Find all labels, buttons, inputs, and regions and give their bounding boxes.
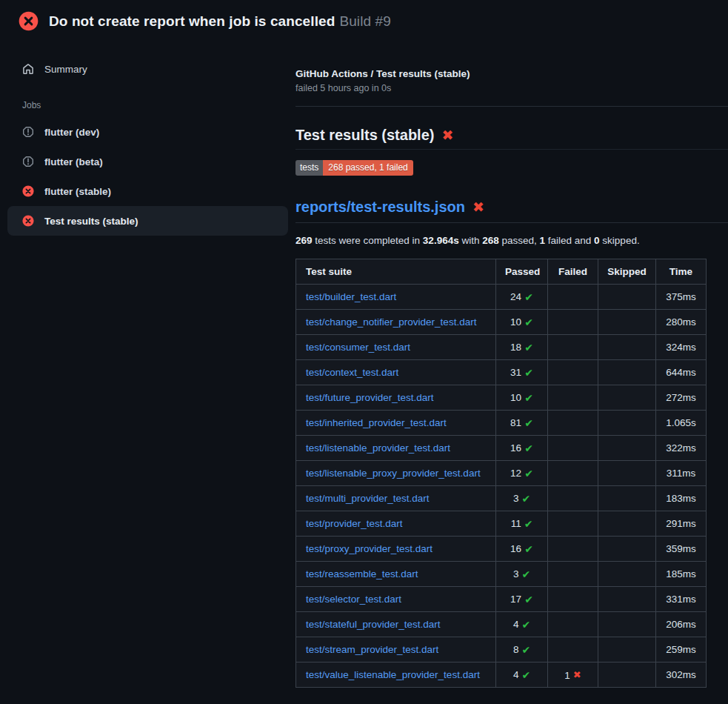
column-header-time: Time — [656, 259, 707, 285]
summary-number: 0 — [594, 235, 600, 246]
passed-count: 8 — [513, 644, 519, 655]
passed-count: 4 — [513, 669, 519, 680]
skipped-cell — [598, 285, 656, 310]
summary-text: tests were completed in — [313, 235, 423, 246]
failed-cell — [548, 436, 598, 461]
time-cell: 272ms — [656, 385, 707, 411]
sidebar-summary-label: Summary — [44, 64, 87, 75]
suite-link[interactable]: test/consumer_test.dart — [306, 342, 410, 353]
suite-link[interactable]: test/selector_test.dart — [306, 594, 401, 605]
table-row: test/future_provider_test.dart 10✔ 272ms — [296, 385, 707, 411]
suite-link[interactable]: test/listenable_proxy_provider_test.dart — [306, 468, 481, 479]
check-icon: ✔ — [524, 342, 533, 353]
failed-cell — [548, 587, 598, 612]
time-cell: 311ms — [656, 461, 707, 486]
main-content: GitHub Actions / Test results (stable) f… — [295, 41, 728, 688]
check-icon: ✔ — [521, 619, 530, 631]
sidebar-job-item[interactable]: flutter (beta) — [7, 147, 288, 176]
suite-link[interactable]: test/change_notifier_provider_test.dart — [306, 316, 476, 328]
failed-cell — [548, 461, 598, 486]
content-layout: Summary Jobs flutter (dev) — [0, 41, 728, 688]
check-icon: ✔ — [521, 493, 530, 505]
table-row: test/change_notifier_provider_test.dart … — [296, 310, 707, 335]
suite-link[interactable]: test/stream_provider_test.dart — [306, 644, 438, 655]
failed-x-circle-icon — [22, 185, 34, 197]
badge-value: 268 passed, 1 failed — [323, 160, 413, 176]
table-row: test/value_listenable_provider_test.dart… — [296, 663, 707, 688]
skipped-cell — [598, 461, 656, 486]
time-cell: 331ms — [656, 587, 707, 612]
summary-text: with — [459, 235, 483, 246]
failed-cell — [548, 360, 598, 385]
check-icon: ✔ — [521, 568, 530, 580]
time-cell: 359ms — [656, 537, 707, 562]
table-row: test/stateful_provider_test.dart 4✔ 206m… — [296, 612, 707, 637]
failed-cell — [548, 537, 598, 562]
suite-link[interactable]: test/stateful_provider_test.dart — [306, 619, 441, 630]
tests-badge[interactable]: tests 268 passed, 1 failed — [295, 160, 413, 176]
suite-link[interactable]: test/proxy_provider_test.dart — [306, 543, 433, 554]
failed-cell — [548, 511, 598, 537]
passed-count: 11 — [511, 518, 521, 529]
check-icon: ✔ — [524, 468, 533, 479]
passed-cell: 4✔ — [496, 612, 548, 637]
run-status-line: failed 5 hours ago in 0s — [295, 83, 728, 93]
failed-cell — [548, 335, 598, 360]
page-title-row: Do not create report when job is cancell… — [49, 13, 391, 30]
passed-count: 4 — [513, 619, 519, 630]
table-row: test/provider_test.dart 11✔ 291ms — [296, 511, 707, 537]
suite-link[interactable]: test/context_test.dart — [306, 367, 398, 378]
suite-link[interactable]: test/builder_test.dart — [306, 291, 396, 302]
suite-link[interactable]: test/inherited_provider_test.dart — [306, 417, 447, 428]
suite-link[interactable]: test/value_listenable_provider_test.dart — [306, 669, 480, 680]
sidebar-job-item[interactable]: flutter (stable) — [7, 176, 288, 206]
table-row: test/context_test.dart 31✔ 644ms — [296, 360, 707, 385]
suite-link[interactable]: test/future_provider_test.dart — [306, 392, 434, 403]
suite-link[interactable]: test/provider_test.dart — [306, 518, 403, 529]
sidebar-job-item[interactable]: flutter (dev) — [7, 117, 288, 147]
stale-octagon-icon — [22, 156, 34, 167]
report-title-link[interactable]: reports/test-results.json — [295, 199, 465, 215]
sidebar-job-item[interactable]: Test results (stable) — [7, 206, 288, 236]
passed-cell: 11✔ — [496, 511, 548, 537]
header-divider — [295, 106, 728, 107]
time-cell: 280ms — [656, 310, 707, 335]
passed-cell: 4✔ — [496, 663, 548, 688]
x-icon: ✖ — [573, 669, 581, 680]
passed-cell: 81✔ — [496, 411, 548, 436]
passed-count: 16 — [510, 442, 521, 454]
report-title: reports/test-results.json✖ — [295, 199, 728, 223]
home-icon — [22, 63, 34, 75]
passed-cell: 18✔ — [496, 335, 548, 360]
job-label: flutter (beta) — [44, 156, 103, 167]
skipped-cell — [598, 436, 656, 461]
time-cell: 206ms — [656, 612, 707, 637]
table-row: test/consumer_test.dart 18✔ 324ms — [296, 335, 707, 360]
time-cell: 375ms — [656, 285, 707, 310]
table-row: test/listenable_provider_test.dart 16✔ 3… — [296, 436, 707, 461]
check-icon: ✔ — [524, 316, 533, 328]
passed-cell: 16✔ — [496, 436, 548, 461]
suite-link[interactable]: test/listenable_provider_test.dart — [306, 442, 450, 454]
table-row: test/listenable_proxy_provider_test.dart… — [296, 461, 707, 486]
skipped-cell — [598, 511, 656, 537]
column-header-test-suite: Test suite — [296, 259, 496, 285]
check-icon: ✔ — [521, 644, 530, 656]
badge-label: tests — [295, 160, 323, 176]
time-cell: 324ms — [656, 335, 707, 360]
failed-cell: 1✖ — [548, 663, 598, 688]
sidebar-item-summary[interactable]: Summary — [7, 54, 288, 84]
passed-count: 16 — [510, 543, 521, 554]
check-icon: ✔ — [524, 367, 533, 379]
suite-link[interactable]: test/multi_provider_test.dart — [306, 493, 430, 504]
passed-cell: 12✔ — [496, 461, 548, 486]
check-icon: ✔ — [524, 594, 533, 605]
passed-count: 10 — [510, 316, 521, 328]
failed-cell — [548, 385, 598, 411]
column-header-failed: Failed — [548, 259, 598, 285]
build-number: Build #9 — [339, 13, 390, 29]
results-table-header: Test suite Passed Failed Skipped Time — [296, 259, 707, 285]
suite-link[interactable]: test/reassemble_test.dart — [306, 568, 418, 580]
skipped-cell — [598, 537, 656, 562]
time-cell: 1.065s — [656, 411, 707, 436]
